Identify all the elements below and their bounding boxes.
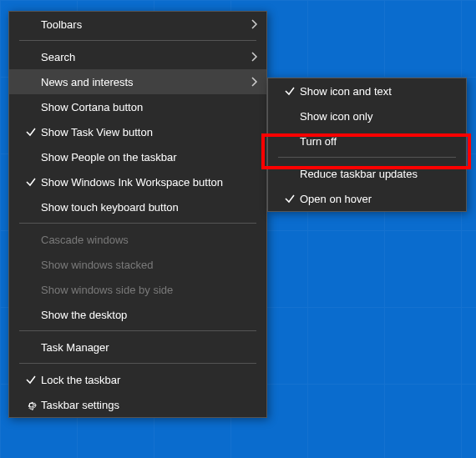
menu-label: Reduce taskbar updates	[300, 168, 458, 180]
menu-label: Task Manager	[41, 341, 258, 354]
separator	[19, 363, 256, 364]
menu-item-show-task-view-button[interactable]: Show Task View button	[9, 119, 266, 144]
chevron-right-icon	[251, 52, 258, 62]
menu-label: Show windows stacked	[41, 259, 258, 271]
menu-label: Show touch keyboard button	[41, 201, 258, 214]
menu-label: Toolbars	[41, 18, 251, 31]
menu-label: Show Cortana button	[41, 101, 258, 113]
check-icon	[21, 374, 41, 385]
menu-label: Taskbar settings	[41, 399, 258, 411]
menu-item-news-and-interests[interactable]: News and interests	[9, 69, 266, 94]
submenu-item-turn-off[interactable]: Turn off	[268, 128, 466, 154]
separator	[19, 330, 256, 331]
menu-item-taskbar-settings[interactable]: Taskbar settings	[9, 392, 266, 417]
menu-label: Show icon and text	[300, 85, 458, 98]
menu-item-toolbars[interactable]: Toolbars	[9, 12, 266, 37]
submenu-item-show-icon-and-text[interactable]: Show icon and text	[268, 78, 466, 103]
check-icon	[21, 176, 41, 188]
separator	[19, 40, 256, 41]
menu-label: Open on hover	[300, 193, 458, 205]
separator	[278, 157, 456, 158]
check-icon	[280, 193, 300, 204]
taskbar-context-menu: Toolbars Search News and interests Show …	[8, 11, 267, 418]
menu-label: Show People on the taskbar	[41, 151, 258, 164]
submenu-item-open-on-hover[interactable]: Open on hover	[268, 186, 466, 211]
gear-icon	[21, 399, 41, 411]
menu-label: Show Task View button	[41, 126, 258, 138]
check-icon	[21, 126, 41, 138]
menu-label: Search	[41, 51, 251, 63]
menu-label: Show windows side by side	[41, 284, 258, 296]
menu-label: Lock the taskbar	[41, 374, 258, 386]
check-icon	[280, 85, 300, 97]
menu-item-show-windows-side-by-side: Show windows side by side	[9, 277, 266, 302]
chevron-right-icon	[251, 19, 258, 29]
menu-item-search[interactable]: Search	[9, 44, 266, 69]
chevron-right-icon	[251, 77, 258, 87]
submenu-item-show-icon-only[interactable]: Show icon only	[268, 103, 466, 128]
menu-item-show-ink-workspace[interactable]: Show Windows Ink Workspace button	[9, 169, 266, 194]
menu-label: Cascade windows	[41, 234, 258, 246]
news-and-interests-submenu: Show icon and text Show icon only Turn o…	[267, 78, 467, 212]
menu-item-show-people[interactable]: Show People on the taskbar	[9, 144, 266, 169]
menu-label: News and interests	[41, 76, 251, 88]
menu-item-show-touch-keyboard[interactable]: Show touch keyboard button	[9, 194, 266, 219]
menu-item-show-the-desktop[interactable]: Show the desktop	[9, 302, 266, 327]
menu-item-task-manager[interactable]: Task Manager	[9, 335, 266, 360]
submenu-item-reduce-updates[interactable]: Reduce taskbar updates	[268, 161, 466, 186]
menu-label: Turn off	[300, 135, 458, 148]
menu-item-lock-the-taskbar[interactable]: Lock the taskbar	[9, 367, 266, 392]
menu-item-cascade-windows: Cascade windows	[9, 227, 266, 252]
desktop-background: Toolbars Search News and interests Show …	[0, 0, 476, 458]
menu-label: Show icon only	[300, 110, 458, 123]
menu-label: Show the desktop	[41, 309, 258, 321]
menu-label: Show Windows Ink Workspace button	[41, 176, 258, 189]
separator	[19, 223, 256, 224]
menu-item-show-cortana-button[interactable]: Show Cortana button	[9, 94, 266, 119]
menu-item-show-windows-stacked: Show windows stacked	[9, 252, 266, 277]
